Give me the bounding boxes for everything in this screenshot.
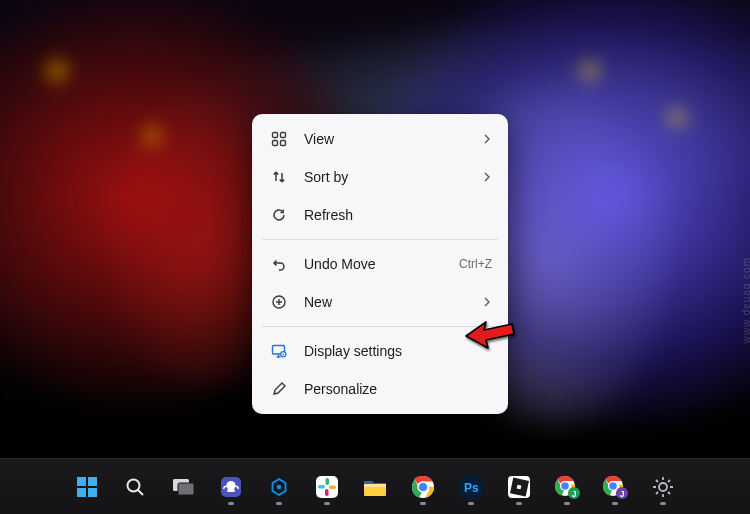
sort-icon (268, 169, 290, 185)
svg-point-7 (282, 353, 284, 355)
taskbar: Ps J J (0, 458, 750, 514)
svg-rect-3 (281, 141, 286, 146)
taskbar-roblox-button[interactable] (499, 467, 539, 507)
menu-item-shortcut: Ctrl+Z (459, 257, 492, 271)
svg-rect-17 (227, 489, 235, 492)
svg-point-16 (227, 481, 236, 490)
menu-item-label: Personalize (304, 381, 492, 397)
menu-item-label: New (304, 294, 482, 310)
svg-point-20 (277, 484, 281, 488)
chevron-right-icon (482, 169, 492, 185)
svg-rect-14 (178, 483, 194, 495)
svg-rect-35 (517, 484, 522, 489)
svg-rect-8 (77, 477, 86, 486)
svg-rect-9 (88, 477, 97, 486)
svg-text:J: J (620, 488, 625, 498)
taskbar-slack-button[interactable] (307, 467, 347, 507)
svg-rect-24 (325, 489, 329, 496)
menu-personalize[interactable]: Personalize (258, 370, 502, 408)
svg-point-46 (659, 483, 667, 491)
menu-display-settings[interactable]: Display settings (258, 332, 502, 370)
menu-refresh[interactable]: Refresh (258, 196, 502, 234)
desktop-context-menu: View Sort by Refresh (252, 114, 508, 414)
undo-icon (268, 256, 290, 272)
grid-icon (268, 131, 290, 147)
taskbar-chat-button[interactable] (211, 467, 251, 507)
svg-text:Ps: Ps (464, 481, 479, 495)
svg-rect-25 (318, 485, 325, 489)
menu-item-label: Display settings (304, 343, 492, 359)
taskbar-chrome-profile-2-button[interactable]: J (595, 467, 635, 507)
svg-rect-10 (77, 488, 86, 497)
chevron-right-icon (482, 131, 492, 147)
taskbar-task-view-button[interactable] (163, 467, 203, 507)
menu-item-label: Undo Move (304, 256, 459, 272)
personalize-icon (268, 381, 290, 397)
taskbar-start-button[interactable] (67, 467, 107, 507)
svg-rect-1 (281, 133, 286, 138)
menu-sort-by[interactable]: Sort by (258, 158, 502, 196)
chevron-right-icon (482, 294, 492, 310)
display-settings-icon (268, 343, 290, 360)
svg-text:J: J (572, 488, 577, 498)
svg-rect-2 (273, 141, 278, 146)
menu-item-label: Sort by (304, 169, 482, 185)
taskbar-photoshop-button[interactable]: Ps (451, 467, 491, 507)
svg-rect-0 (273, 133, 278, 138)
taskbar-app-hex-button[interactable] (259, 467, 299, 507)
taskbar-chrome-profile-1-button[interactable]: J (547, 467, 587, 507)
svg-rect-27 (364, 484, 386, 487)
taskbar-file-explorer-button[interactable] (355, 467, 395, 507)
menu-separator (262, 326, 498, 327)
menu-separator (262, 239, 498, 240)
taskbar-search-button[interactable] (115, 467, 155, 507)
menu-view[interactable]: View (258, 120, 502, 158)
svg-rect-11 (88, 488, 97, 497)
refresh-icon (268, 207, 290, 223)
taskbar-chrome-button[interactable] (403, 467, 443, 507)
taskbar-settings-button[interactable] (643, 467, 683, 507)
menu-undo-move[interactable]: Undo Move Ctrl+Z (258, 245, 502, 283)
menu-item-label: View (304, 131, 482, 147)
svg-rect-22 (326, 478, 330, 485)
svg-rect-23 (329, 485, 336, 489)
svg-point-12 (128, 479, 140, 491)
new-icon (268, 294, 290, 310)
wallpaper-letterbox (0, 440, 750, 458)
menu-item-label: Refresh (304, 207, 492, 223)
menu-new[interactable]: New (258, 283, 502, 321)
